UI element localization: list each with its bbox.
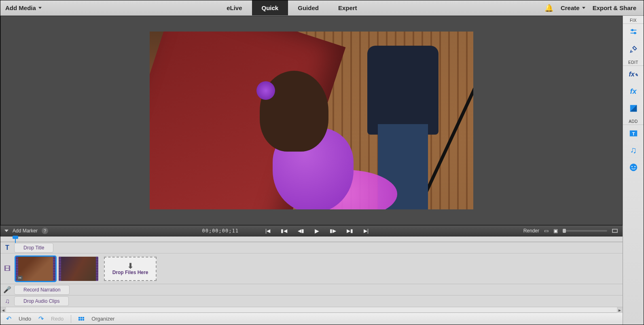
panel-section-fix: FIX bbox=[623, 16, 644, 24]
add-media-label: Add Media bbox=[5, 4, 36, 11]
svg-point-1 bbox=[631, 30, 633, 31]
drop-audio-zone[interactable]: Drop Audio Clips bbox=[14, 296, 69, 306]
create-label: Create bbox=[561, 4, 580, 11]
timeline-hscrollbar[interactable]: ◄ ► bbox=[0, 307, 623, 312]
audio-track-icon: ♫ bbox=[0, 298, 14, 305]
prev-edit-button[interactable]: ▮◀ bbox=[281, 228, 287, 234]
add-marker-button[interactable]: Add Marker bbox=[13, 228, 38, 234]
svg-point-7 bbox=[629, 164, 637, 171]
preview-frame bbox=[150, 32, 473, 209]
mode-elive[interactable]: eLive bbox=[217, 0, 252, 15]
svg-text:T: T bbox=[632, 131, 635, 136]
help-icon[interactable]: ? bbox=[42, 228, 48, 234]
title-track-icon: T bbox=[0, 244, 14, 251]
main-area: Add Marker ? 00;00;00;11 |◀ ▮◀ ◀▮ ▶ ▮▶ ▶… bbox=[0, 16, 644, 325]
export-label: Export & Share bbox=[593, 4, 636, 11]
app-window: Add Media eLive Quick Guided Expert 🔔 Cr… bbox=[0, 0, 644, 325]
undo-icon[interactable]: ↶ bbox=[6, 315, 11, 323]
drop-title-zone[interactable]: Drop Title bbox=[14, 243, 53, 253]
safe-margins-icon[interactable]: ▭ bbox=[544, 228, 549, 234]
organizer-grid-icon[interactable] bbox=[78, 317, 84, 321]
export-share-button[interactable]: Export & Share bbox=[593, 4, 636, 11]
caret-down-icon bbox=[38, 7, 42, 9]
record-narration-zone[interactable]: Record Narration bbox=[14, 285, 70, 295]
caret-down-icon bbox=[582, 7, 585, 9]
svg-point-8 bbox=[631, 166, 632, 167]
drop-files-zone[interactable]: ⬇ Drop Files Here bbox=[104, 257, 157, 281]
undo-button[interactable]: Undo bbox=[19, 316, 31, 322]
preview-monitor[interactable] bbox=[0, 16, 623, 225]
fullscreen-icon[interactable] bbox=[612, 229, 618, 233]
titles-icon[interactable]: T bbox=[626, 125, 641, 142]
right-tool-panel: FIX EDIT fx✎ fx ADD T ♫ bbox=[623, 16, 644, 325]
step-forward-button[interactable]: ▮▶ bbox=[330, 228, 336, 234]
scissors-icon[interactable]: ✂ bbox=[17, 276, 23, 280]
separator bbox=[71, 315, 71, 323]
playhead[interactable] bbox=[13, 236, 18, 241]
download-arrow-icon: ⬇ bbox=[127, 262, 133, 270]
goto-end-button[interactable]: ▶| bbox=[364, 228, 369, 234]
panel-section-edit: EDIT bbox=[623, 58, 644, 66]
mode-expert[interactable]: Expert bbox=[328, 0, 367, 15]
add-media-menu[interactable]: Add Media bbox=[5, 4, 42, 11]
transport-bar: Add Marker ? 00;00;00;11 |◀ ▮◀ ◀▮ ▶ ▮▶ ▶… bbox=[0, 225, 623, 236]
redo-icon[interactable]: ↷ bbox=[38, 315, 44, 323]
bottom-bar: ↶ Undo ↷ Redo Organizer bbox=[0, 312, 623, 325]
organizer-button[interactable]: Organizer bbox=[91, 316, 114, 322]
clip-2[interactable] bbox=[59, 257, 98, 281]
narration-track-icon: 🎤 bbox=[0, 286, 14, 293]
video-track-icon: 🎞 bbox=[0, 265, 14, 272]
mode-quick[interactable]: Quick bbox=[252, 0, 288, 15]
zoom-slider[interactable] bbox=[563, 230, 607, 232]
next-edit-button[interactable]: ▶▮ bbox=[347, 228, 353, 234]
panel-section-add: ADD bbox=[623, 117, 644, 125]
scroll-left-arrow-icon[interactable]: ◄ bbox=[0, 307, 6, 313]
time-ruler[interactable] bbox=[0, 236, 623, 242]
disclosure-triangle-icon[interactable] bbox=[4, 230, 8, 232]
graphics-smiley-icon[interactable] bbox=[626, 159, 641, 176]
render-button[interactable]: Render bbox=[523, 228, 539, 234]
loop-icon[interactable]: ▣ bbox=[553, 228, 558, 234]
mode-guided[interactable]: Guided bbox=[288, 0, 328, 15]
goto-start-button[interactable]: |◀ bbox=[265, 228, 270, 234]
play-button[interactable]: ▶ bbox=[315, 228, 319, 234]
svg-point-3 bbox=[634, 32, 636, 34]
adjust-sliders-icon[interactable] bbox=[626, 24, 641, 41]
redo-button[interactable]: Redo bbox=[51, 316, 64, 322]
viewer-column: Add Marker ? 00;00;00;11 |◀ ▮◀ ◀▮ ▶ ▮▶ ▶… bbox=[0, 16, 623, 325]
create-menu[interactable]: Create bbox=[561, 4, 585, 11]
step-back-button[interactable]: ◀▮ bbox=[298, 228, 304, 234]
svg-point-9 bbox=[634, 166, 636, 167]
clip-1[interactable]: ✂ bbox=[16, 257, 55, 281]
fx-edit-icon[interactable]: fx✎ bbox=[626, 66, 641, 83]
top-menubar: Add Media eLive Quick Guided Expert 🔔 Cr… bbox=[0, 0, 644, 16]
notifications-bell-icon[interactable]: 🔔 bbox=[544, 4, 553, 13]
scroll-right-arrow-icon[interactable]: ► bbox=[617, 307, 623, 313]
timecode-display[interactable]: 00;00;00;11 bbox=[202, 228, 238, 234]
fx-icon[interactable]: fx bbox=[626, 83, 641, 100]
music-icon[interactable]: ♫ bbox=[626, 142, 641, 159]
tools-icon[interactable] bbox=[626, 41, 641, 58]
quick-timeline: T Drop Title 🎞 ✂ ⬇ Drop Files Here bbox=[0, 242, 623, 307]
transitions-icon[interactable] bbox=[626, 100, 641, 117]
drop-files-label: Drop Files Here bbox=[112, 270, 148, 275]
